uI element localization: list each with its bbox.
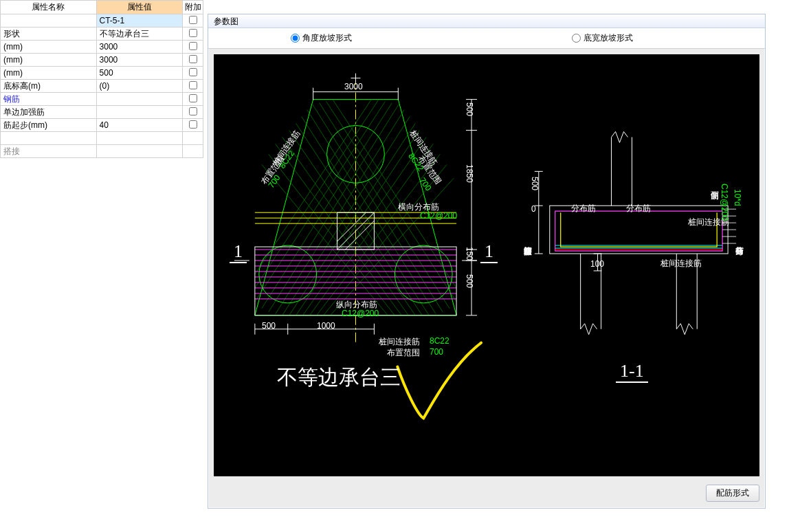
prop-name: 搭接 <box>1 145 97 158</box>
code-input[interactable] <box>100 16 179 25</box>
row-checkbox[interactable] <box>189 107 197 115</box>
dim-label: 1850 <box>465 164 474 183</box>
table-row <box>1 14 203 27</box>
table-row: 筋起步(mm) <box>1 119 203 132</box>
prop-name: 筋起步(mm) <box>1 119 97 132</box>
value-input[interactable] <box>100 68 179 78</box>
svg-line-11 <box>310 144 434 315</box>
svg-line-26 <box>269 154 395 315</box>
radio-bottom-width-slope-input[interactable] <box>572 34 581 43</box>
dim-label: 500 <box>465 274 474 288</box>
radio-bottom-width-slope[interactable]: 底宽放坡形式 <box>572 32 633 44</box>
property-table: 属性名称 属性值 附加 形状 (mm) (mm) <box>0 0 203 158</box>
col-header-extra: 附加 <box>183 1 203 14</box>
dim-label: 500 <box>530 177 540 190</box>
dim-label: 500 <box>465 102 474 116</box>
section-title: 1-1 <box>616 361 648 383</box>
svg-line-16 <box>255 100 379 288</box>
value-input[interactable] <box>100 29 179 38</box>
table-row: 钢筋 <box>1 93 203 106</box>
prop-name: (mm) <box>1 54 97 67</box>
value-input[interactable] <box>100 120 179 130</box>
row-checkbox[interactable] <box>189 120 197 129</box>
table-row: 形状 <box>1 27 203 41</box>
prop-name: 形状 <box>1 27 97 41</box>
prop-name: (mm) <box>1 67 97 80</box>
dialog-title: 参数图 <box>208 14 765 28</box>
dim-label: 100 <box>590 259 604 269</box>
row-checkbox[interactable] <box>189 29 197 37</box>
prop-name: 底标高(m) <box>1 80 97 93</box>
table-row <box>1 132 203 145</box>
table-row: 单边加强筋 <box>1 106 203 119</box>
table-row: (mm) <box>1 41 203 54</box>
radio-label: 底宽放坡形式 <box>584 32 633 44</box>
section-mark-left: 1 <box>230 241 247 263</box>
table-row: 底标高(m) <box>1 80 203 93</box>
label-pile-conn-bottom: 桩间连接筋 <box>660 258 702 269</box>
label-side-spec: C12@200 <box>720 184 729 221</box>
col-header-value: 属性值 <box>96 1 182 14</box>
label-dist1: 分布筋 <box>571 203 596 214</box>
value-input[interactable] <box>100 42 179 52</box>
dim-label: 500 <box>262 321 276 331</box>
col-header-name: 属性名称 <box>1 1 97 14</box>
label-horiz-spec: C12@200 <box>420 211 457 221</box>
label-range-bottom-val: 700 <box>430 347 443 357</box>
rebar-form-button[interactable]: 配筋形式 <box>706 485 759 502</box>
section-mark-right: 1 <box>480 241 498 263</box>
row-checkbox[interactable] <box>189 42 197 50</box>
dim-label: 150 <box>465 247 474 261</box>
diagram-canvas: 3000 桩间连接筋 8C22 布置范围 700 桩间连接筋 8C22 布置范围… <box>214 54 759 476</box>
param-diagram-dialog: 参数图 角度放坡形式 底宽放坡形式 <box>208 14 766 509</box>
label-pile-conn-bottom-spec: 8C22 <box>430 336 449 346</box>
radio-angle-slope[interactable]: 角度放坡形式 <box>291 32 352 44</box>
row-checkbox[interactable] <box>189 81 197 89</box>
svg-line-10 <box>303 137 427 315</box>
svg-line-4 <box>262 103 392 309</box>
dim-label: 3000 <box>344 82 363 91</box>
label-vert-spec: C12@200 <box>342 309 379 318</box>
prop-name: 钢筋 <box>1 93 97 106</box>
slope-mode-bar: 角度放坡形式 底宽放坡形式 <box>208 28 765 49</box>
diagram-title-left: 不等边承台三 <box>277 364 401 392</box>
radio-angle-slope-input[interactable] <box>291 34 300 43</box>
prop-name: (mm) <box>1 41 97 54</box>
row-checkbox[interactable] <box>189 55 197 63</box>
label-pile-conn-bottom: 桩间连接筋 <box>379 336 420 348</box>
dim-label: 1000 <box>317 321 335 331</box>
radio-label: 角度放坡形式 <box>302 32 352 44</box>
row-checkbox[interactable] <box>189 68 197 76</box>
table-row: (mm) <box>1 67 203 80</box>
row-checkbox[interactable] <box>189 16 197 24</box>
prop-name: 单边加强筋 <box>1 106 97 119</box>
value-input[interactable] <box>100 55 179 65</box>
label-lap: 10*d <box>733 189 742 206</box>
dim-label: 0 <box>531 204 536 214</box>
property-panel: 属性名称 属性值 附加 形状 (mm) (mm) <box>0 0 203 532</box>
svg-line-29 <box>333 100 457 288</box>
label-dist2: 分布筋 <box>626 203 651 214</box>
table-row: 搭接 <box>1 145 203 158</box>
row-checkbox[interactable] <box>189 94 197 102</box>
value-input[interactable] <box>100 81 179 91</box>
label-range-bottom: 布置范围 <box>387 347 420 359</box>
table-row: (mm) <box>1 54 203 67</box>
